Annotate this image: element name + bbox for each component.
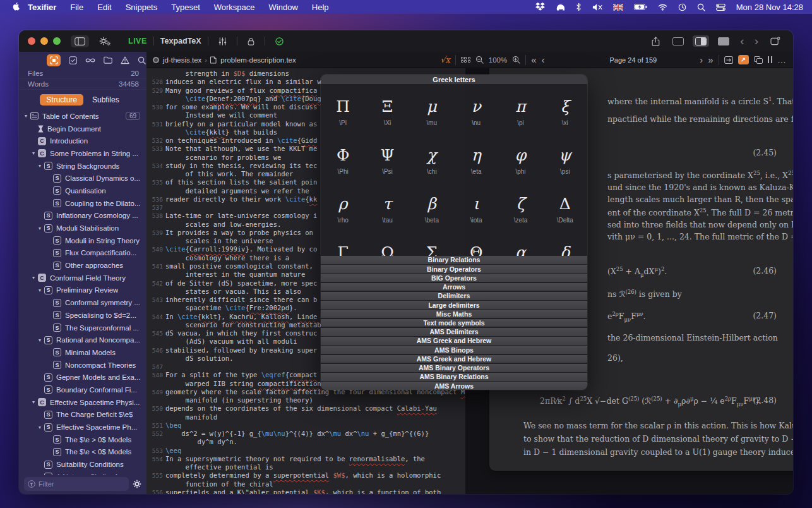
tree-item[interactable]: SBoundary Conformal Fi... xyxy=(19,384,146,396)
greek-symbol-cell[interactable]: τ\tau xyxy=(365,181,409,230)
tree-item[interactable]: ▾Table of Contents69 xyxy=(19,110,146,123)
section-header-delimiters[interactable]: Delimiters xyxy=(321,292,587,300)
menu-item-snippets[interactable]: Snippets xyxy=(119,3,165,12)
minimize-button[interactable] xyxy=(40,37,48,45)
chevron-down-icon[interactable]: ▾ xyxy=(29,275,38,281)
tree-item[interactable]: SThe $\e < 0$ Models xyxy=(19,446,146,459)
tree-item[interactable]: SSpecialising to $d=2... xyxy=(19,309,146,322)
tree-item[interactable]: CIntroduction xyxy=(19,135,146,147)
greek-symbol-cell[interactable]: ι\iota xyxy=(454,181,498,230)
search-panel-icon[interactable] xyxy=(138,56,146,64)
greek-symbol-cell[interactable]: ρ\rho xyxy=(321,181,365,230)
tree-item[interactable]: SThe Charge Deficit $\e$ xyxy=(19,409,146,421)
tree-item[interactable]: ▾SModuli Stabilisation xyxy=(19,222,146,234)
menu-clock[interactable]: Mon 28 Nov 14:28 xyxy=(736,3,803,12)
open-external-icon[interactable]: ↗ xyxy=(738,55,749,64)
layout-editor-only-button[interactable] xyxy=(670,35,686,47)
tree-item[interactable]: ▾CConformal Field Theory xyxy=(19,272,146,284)
next-page-icon[interactable]: › xyxy=(700,54,703,65)
menu-item-window[interactable]: Window xyxy=(262,3,305,12)
window-titlebar[interactable]: LIVE TexpadTeX ‹ › xyxy=(19,30,793,52)
greek-symbol-cell[interactable]: ν\nu xyxy=(454,84,498,133)
bluetooth-icon[interactable] xyxy=(576,3,582,11)
folder-panel-icon[interactable] xyxy=(104,56,112,64)
chevron-down-icon[interactable]: ▾ xyxy=(35,425,44,430)
structure-tree[interactable]: ▾Table of Contents69Begin DocumentCIntro… xyxy=(19,110,146,475)
breadcrumb-open-file[interactable]: problem-description.tex xyxy=(220,56,296,64)
section-header-binary-relations[interactable]: Binary Relations xyxy=(321,256,587,264)
section-header-ams-greek-and-hebrew[interactable]: AMS Greek and Hebrew xyxy=(321,337,587,345)
chevron-down-icon[interactable]: ▾ xyxy=(35,337,44,343)
breadcrumb-root-file[interactable]: jd-thesis.tex xyxy=(163,56,201,64)
section-header-misc-maths[interactable]: Misc Maths xyxy=(321,310,587,318)
sync-icon[interactable] xyxy=(724,56,733,64)
section-header-binary-operators[interactable]: Binary Operators xyxy=(321,265,587,273)
tree-item[interactable]: SClassical Dynamics o... xyxy=(19,172,146,184)
infinity-panel-icon[interactable] xyxy=(85,57,95,63)
math-symbols-icon[interactable]: √x xyxy=(440,55,450,64)
tab-subfiles[interactable]: Subfiles xyxy=(86,94,126,106)
greek-symbol-cell[interactable]: π\pi xyxy=(498,84,542,133)
tree-item[interactable]: ▾SString Backgrounds xyxy=(19,160,146,172)
tree-item[interactable]: SFlux Compactificatio... xyxy=(19,247,146,260)
mute-icon[interactable] xyxy=(592,3,602,11)
section-header-ams-delimiters[interactable]: AMS Delimiters xyxy=(321,328,587,336)
chevron-down-icon[interactable]: ▾ xyxy=(21,113,30,119)
section-header-large-delimiters[interactable]: Large delimiters xyxy=(321,301,587,309)
live-mode-label[interactable]: LIVE xyxy=(128,37,147,45)
tree-item[interactable]: SOther approaches xyxy=(19,259,146,272)
chevron-down-icon[interactable]: ▾ xyxy=(35,226,44,231)
wifi-icon[interactable] xyxy=(658,4,667,11)
engine-label[interactable]: TexpadTeX xyxy=(160,37,201,45)
chevron-down-icon[interactable]: ▾ xyxy=(35,287,44,293)
greek-symbol-cell[interactable]: Ψ\Psi xyxy=(365,133,409,181)
greek-symbol-cell[interactable]: ψ\psi xyxy=(543,133,587,181)
lock-icon[interactable] xyxy=(244,35,258,47)
menu-item-typeset[interactable]: Typeset xyxy=(164,3,207,12)
popup-title[interactable]: Greek letters xyxy=(321,75,587,84)
tree-item[interactable]: SConformal symmetry ... xyxy=(19,296,146,309)
tree-item[interactable]: SNoncompact Theories xyxy=(19,359,146,372)
section-header-ams-arrows[interactable]: AMS Arrows xyxy=(321,382,587,390)
timemachine-icon[interactable] xyxy=(678,3,686,11)
section-header-ams-greek-and-hebrew[interactable]: AMS Greek and Hebrew xyxy=(321,355,587,363)
pages-icon[interactable] xyxy=(754,56,763,64)
tree-item[interactable]: SSuitability Conditions xyxy=(19,458,146,471)
tree-item[interactable]: ▾CSome Problems in String ... xyxy=(19,147,146,160)
thumbnails-icon[interactable] xyxy=(461,57,470,63)
battery-icon[interactable] xyxy=(634,4,647,10)
layout-pdf-only-button[interactable] xyxy=(715,35,732,47)
tree-item[interactable]: SModuli in String Theory xyxy=(19,234,146,247)
pause-icon[interactable] xyxy=(768,56,773,63)
tree-item[interactable]: SCoupling to the Dilato... xyxy=(19,197,146,210)
zoom-in-icon[interactable] xyxy=(512,56,520,64)
greek-symbol-cell[interactable]: Ξ\Xi xyxy=(365,84,409,133)
first-page-icon[interactable]: « xyxy=(531,54,536,65)
tree-item[interactable]: SThe $\e > 0$ Models xyxy=(19,433,146,446)
zoom-level[interactable]: 100% xyxy=(489,56,507,64)
history-forward-icon[interactable]: › xyxy=(753,37,760,45)
menu-item-file[interactable]: File xyxy=(63,3,90,12)
chevron-down-icon[interactable]: ▾ xyxy=(29,150,38,156)
menu-item-texifier[interactable]: Texifier xyxy=(21,3,63,12)
greek-symbol-cell[interactable]: μ\mu xyxy=(410,84,454,133)
chevron-down-icon[interactable]: ▾ xyxy=(29,399,38,405)
layout-split-button[interactable] xyxy=(693,35,709,47)
tree-item[interactable]: SMinimal Models xyxy=(19,346,146,359)
section-header-arrows[interactable]: Arrows xyxy=(321,283,587,291)
typeset-settings-gear-icon[interactable] xyxy=(95,35,112,47)
greek-symbol-cell[interactable]: η\eta xyxy=(454,133,498,181)
tree-item[interactable]: ▾SEffective Spacetime Ph... xyxy=(19,421,146,433)
tree-item[interactable]: ▾SRational and Noncompa... xyxy=(19,334,146,346)
section-header-ams-binary-relations[interactable]: AMS Binary Relations xyxy=(321,373,587,381)
menu-item-edit[interactable]: Edit xyxy=(90,3,118,12)
tree-item[interactable]: SInflationary Cosmology ... xyxy=(19,210,146,222)
section-header-ams-binary-operators[interactable]: AMS Binary Operators xyxy=(321,364,587,372)
tree-item[interactable]: Begin Document xyxy=(19,123,146,135)
sliders-icon[interactable] xyxy=(215,35,230,47)
section-header-text-mode-symbols[interactable]: Text mode symbols xyxy=(321,319,587,327)
todo-panel-icon[interactable] xyxy=(69,56,77,64)
tree-item[interactable]: SGepner Models and Exa... xyxy=(19,371,146,384)
menu-item-workspace[interactable]: Workspace xyxy=(207,3,262,12)
filter-settings-gear-icon[interactable] xyxy=(133,480,141,488)
